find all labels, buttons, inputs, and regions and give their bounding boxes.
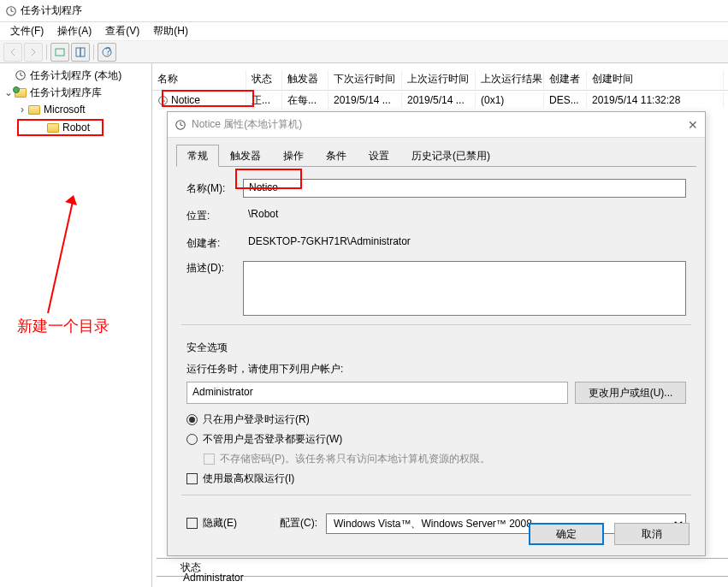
close-icon[interactable]: ✕ [688, 118, 698, 132]
checkbox-icon [186, 518, 198, 529]
radio-icon [186, 434, 198, 445]
svg-rect-3 [56, 49, 64, 56]
menu-view[interactable]: 查看(V) [98, 24, 146, 39]
col-last[interactable]: 上次运行时间 [402, 70, 476, 90]
author-value: DESKTOP-7GKH71R\Administrator [243, 234, 686, 252]
hidden-label: 隐藏(E) [203, 516, 237, 531]
tree-microsoft[interactable]: › Microsoft [0, 101, 151, 118]
radio-any-label: 不管用户是否登录都要运行(W) [203, 432, 342, 447]
tab-history[interactable]: 历史记录(已禁用) [400, 145, 501, 166]
col-status[interactable]: 状态 [246, 70, 282, 90]
tab-triggers[interactable]: 触发器 [219, 145, 272, 166]
row-lastres: (0x1) [476, 92, 544, 108]
col-created[interactable]: 创建时间 [587, 70, 724, 90]
svg-line-18 [181, 125, 183, 126]
tree-robot-label: Robot [62, 122, 90, 133]
tab-general[interactable]: 常规 [176, 145, 219, 167]
row-last: 2019/5/14 ... [402, 92, 476, 108]
svg-rect-5 [80, 48, 85, 56]
svg-line-2 [11, 11, 14, 12]
footer-admin: Administrator [183, 572, 244, 584]
task-list-header: 名称 状态 触发器 下次运行时间 上次运行时间 上次运行结果 创建者 创建时间 [152, 70, 728, 91]
location-value: \Robot [243, 206, 686, 225]
clock-icon [175, 119, 186, 131]
window-title: 任务计划程序 [21, 3, 82, 18]
annotation-arrow [41, 193, 84, 322]
tree-library[interactable]: ⌄ 任务计划程序库 [0, 84, 151, 101]
menu-action[interactable]: 操作(A) [50, 24, 98, 39]
annotation-highlight-name [235, 169, 302, 189]
nopass-label: 不存储密码(P)。该任务将只有访问本地计算机资源的权限。 [220, 452, 490, 466]
radio-icon [186, 414, 198, 425]
tree-microsoft-label: Microsoft [44, 104, 86, 116]
tree-robot[interactable]: Robot [17, 119, 104, 136]
runas-user: Administrator [186, 382, 568, 404]
menubar: 文件(F) 操作(A) 查看(V) 帮助(H) [0, 22, 728, 41]
toolbar-btn-2[interactable] [71, 43, 90, 62]
tree-root-label: 任务计划程序 (本地) [30, 68, 121, 83]
toolbar-btn-1[interactable] [50, 43, 69, 62]
desc-label: 描述(D): [186, 261, 243, 276]
back-button [3, 43, 22, 62]
row-created: 2019/5/14 11:32:28 [587, 92, 724, 108]
location-label: 位置: [186, 209, 243, 223]
config-label: 配置(C): [280, 516, 317, 531]
highest-label: 使用最高权限运行(I) [203, 471, 294, 486]
ok-button[interactable]: 确定 [529, 523, 604, 545]
tree-library-label: 任务计划程序库 [30, 86, 102, 100]
col-author[interactable]: 创建者 [544, 70, 587, 90]
name-field[interactable]: Notice [243, 179, 686, 198]
author-label: 创建者: [186, 236, 243, 251]
tree-sidebar: 任务计划程序 (本地) ⌄ 任务计划程序库 › Microsoft Robot … [0, 63, 152, 587]
change-user-button[interactable]: 更改用户或组(U)... [575, 382, 686, 404]
nopass-check: 不存储密码(P)。该任务将只有访问本地计算机资源的权限。 [204, 452, 686, 466]
svg-marker-12 [65, 195, 77, 205]
row-next: 2019/5/14 ... [328, 92, 402, 108]
expand-icon[interactable]: › [17, 104, 27, 116]
annotation-highlight-task [162, 90, 254, 107]
radio-logged-label: 只在用户登录时运行(R) [203, 412, 310, 427]
highest-priv-check[interactable]: 使用最高权限运行(I) [186, 471, 686, 486]
library-folder-icon [15, 88, 27, 98]
svg-rect-4 [76, 48, 80, 56]
row-trigger: 在每... [282, 92, 328, 110]
radio-any-user[interactable]: 不管用户是否登录都要运行(W) [186, 432, 686, 447]
desc-field[interactable] [243, 261, 686, 316]
row-author: DES... [544, 92, 587, 108]
folder-icon [47, 123, 59, 133]
col-next[interactable]: 下次运行时间 [328, 70, 402, 90]
toolbar: ? [0, 41, 728, 63]
help-button[interactable]: ? [98, 43, 116, 62]
cancel-button[interactable]: 取消 [614, 523, 690, 545]
checkbox-icon [186, 473, 198, 484]
tree-root[interactable]: 任务计划程序 (本地) [0, 67, 151, 84]
dialog-title: Notice 属性(本地计算机) [192, 117, 302, 132]
dialog-tabs: 常规 触发器 操作 条件 设置 历史记录(已禁用) [176, 145, 696, 167]
tab-actions[interactable]: 操作 [272, 145, 315, 166]
svg-line-11 [48, 198, 74, 313]
window-titlebar: 任务计划程序 [0, 0, 728, 22]
col-lastres[interactable]: 上次运行结果 [476, 70, 544, 90]
clock-icon [5, 5, 17, 17]
menu-help[interactable]: 帮助(H) [146, 24, 195, 39]
forward-button [24, 43, 43, 62]
folder-icon [28, 105, 40, 115]
col-trigger[interactable]: 触发器 [282, 70, 328, 90]
svg-text:?: ? [105, 47, 111, 57]
security-header: 安全选项 [186, 341, 686, 355]
annotation-text: 新建一个目录 [17, 316, 109, 336]
hidden-check[interactable]: 隐藏(E) [186, 516, 237, 531]
menu-file[interactable]: 文件(F) [3, 24, 50, 39]
tab-settings[interactable]: 设置 [358, 145, 400, 166]
svg-line-10 [21, 75, 23, 76]
runas-text: 运行任务时，请使用下列用户帐户: [186, 362, 686, 377]
checkbox-icon [204, 454, 215, 465]
dialog-body: 名称(M): Notice 位置: \Robot 创建者: DESKTOP-7G… [168, 167, 705, 548]
col-name[interactable]: 名称 [152, 70, 246, 90]
dialog-titlebar: Notice 属性(本地计算机) ✕ [168, 112, 705, 138]
radio-logged-on[interactable]: 只在用户登录时运行(R) [186, 412, 686, 427]
tab-conditions[interactable]: 条件 [315, 145, 358, 166]
